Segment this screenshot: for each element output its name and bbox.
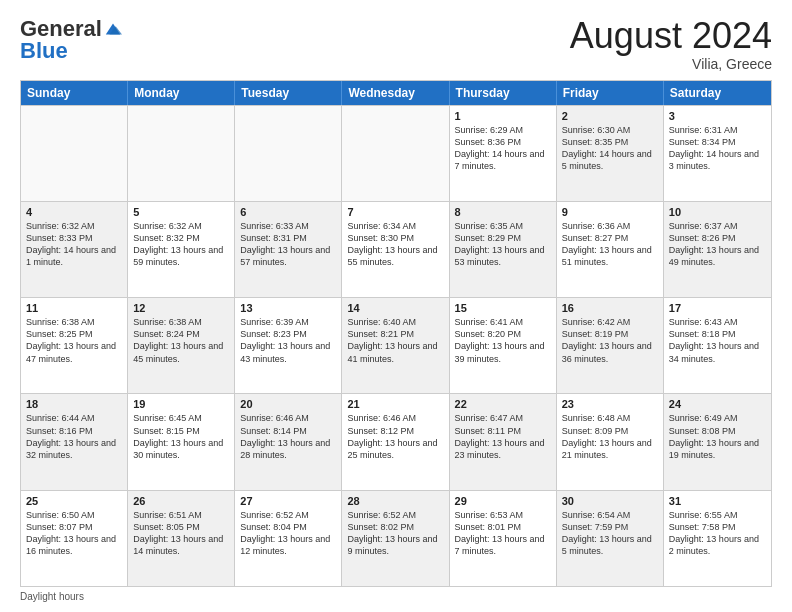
day-number: 20 <box>240 398 336 410</box>
page: General Blue August 2024 Vilia, Greece S… <box>0 0 792 612</box>
day-number: 23 <box>562 398 658 410</box>
day-number: 16 <box>562 302 658 314</box>
month-year: August 2024 <box>570 16 772 56</box>
logo-icon <box>104 20 122 38</box>
location: Vilia, Greece <box>570 56 772 72</box>
cal-cell: 2Sunrise: 6:30 AM Sunset: 8:35 PM Daylig… <box>557 106 664 201</box>
cell-text: Sunrise: 6:48 AM Sunset: 8:09 PM Dayligh… <box>562 412 658 461</box>
cell-text: Sunrise: 6:32 AM Sunset: 8:33 PM Dayligh… <box>26 220 122 269</box>
day-number: 5 <box>133 206 229 218</box>
cal-cell: 16Sunrise: 6:42 AM Sunset: 8:19 PM Dayli… <box>557 298 664 393</box>
logo-blue: Blue <box>20 38 68 63</box>
cal-cell <box>235 106 342 201</box>
cal-cell <box>342 106 449 201</box>
day-number: 27 <box>240 495 336 507</box>
cell-text: Sunrise: 6:46 AM Sunset: 8:14 PM Dayligh… <box>240 412 336 461</box>
cell-text: Sunrise: 6:40 AM Sunset: 8:21 PM Dayligh… <box>347 316 443 365</box>
day-number: 24 <box>669 398 766 410</box>
cal-cell: 27Sunrise: 6:52 AM Sunset: 8:04 PM Dayli… <box>235 491 342 586</box>
cal-cell: 28Sunrise: 6:52 AM Sunset: 8:02 PM Dayli… <box>342 491 449 586</box>
cal-cell: 6Sunrise: 6:33 AM Sunset: 8:31 PM Daylig… <box>235 202 342 297</box>
cell-text: Sunrise: 6:39 AM Sunset: 8:23 PM Dayligh… <box>240 316 336 365</box>
cal-cell: 11Sunrise: 6:38 AM Sunset: 8:25 PM Dayli… <box>21 298 128 393</box>
day-number: 25 <box>26 495 122 507</box>
cell-text: Sunrise: 6:50 AM Sunset: 8:07 PM Dayligh… <box>26 509 122 558</box>
cell-text: Sunrise: 6:53 AM Sunset: 8:01 PM Dayligh… <box>455 509 551 558</box>
cal-row: 11Sunrise: 6:38 AM Sunset: 8:25 PM Dayli… <box>21 297 771 393</box>
cell-text: Sunrise: 6:47 AM Sunset: 8:11 PM Dayligh… <box>455 412 551 461</box>
day-number: 3 <box>669 110 766 122</box>
cal-header-cell: Tuesday <box>235 81 342 105</box>
cell-text: Sunrise: 6:54 AM Sunset: 7:59 PM Dayligh… <box>562 509 658 558</box>
cal-header-cell: Saturday <box>664 81 771 105</box>
cal-cell: 1Sunrise: 6:29 AM Sunset: 8:36 PM Daylig… <box>450 106 557 201</box>
cal-cell <box>21 106 128 201</box>
cal-header-cell: Monday <box>128 81 235 105</box>
day-number: 9 <box>562 206 658 218</box>
cal-cell: 5Sunrise: 6:32 AM Sunset: 8:32 PM Daylig… <box>128 202 235 297</box>
cell-text: Sunrise: 6:31 AM Sunset: 8:34 PM Dayligh… <box>669 124 766 173</box>
cal-cell: 7Sunrise: 6:34 AM Sunset: 8:30 PM Daylig… <box>342 202 449 297</box>
cal-cell: 26Sunrise: 6:51 AM Sunset: 8:05 PM Dayli… <box>128 491 235 586</box>
cal-cell: 12Sunrise: 6:38 AM Sunset: 8:24 PM Dayli… <box>128 298 235 393</box>
day-number: 11 <box>26 302 122 314</box>
cell-text: Sunrise: 6:29 AM Sunset: 8:36 PM Dayligh… <box>455 124 551 173</box>
cell-text: Sunrise: 6:38 AM Sunset: 8:24 PM Dayligh… <box>133 316 229 365</box>
cal-cell: 17Sunrise: 6:43 AM Sunset: 8:18 PM Dayli… <box>664 298 771 393</box>
cal-row: 1Sunrise: 6:29 AM Sunset: 8:36 PM Daylig… <box>21 105 771 201</box>
cell-text: Sunrise: 6:45 AM Sunset: 8:15 PM Dayligh… <box>133 412 229 461</box>
cell-text: Sunrise: 6:34 AM Sunset: 8:30 PM Dayligh… <box>347 220 443 269</box>
cell-text: Sunrise: 6:51 AM Sunset: 8:05 PM Dayligh… <box>133 509 229 558</box>
day-number: 28 <box>347 495 443 507</box>
cell-text: Sunrise: 6:52 AM Sunset: 8:04 PM Dayligh… <box>240 509 336 558</box>
cal-header-cell: Friday <box>557 81 664 105</box>
day-number: 4 <box>26 206 122 218</box>
cal-cell: 9Sunrise: 6:36 AM Sunset: 8:27 PM Daylig… <box>557 202 664 297</box>
header: General Blue August 2024 Vilia, Greece <box>20 16 772 72</box>
cell-text: Sunrise: 6:30 AM Sunset: 8:35 PM Dayligh… <box>562 124 658 173</box>
cal-cell: 13Sunrise: 6:39 AM Sunset: 8:23 PM Dayli… <box>235 298 342 393</box>
cal-cell: 19Sunrise: 6:45 AM Sunset: 8:15 PM Dayli… <box>128 394 235 489</box>
cell-text: Sunrise: 6:46 AM Sunset: 8:12 PM Dayligh… <box>347 412 443 461</box>
cell-text: Sunrise: 6:33 AM Sunset: 8:31 PM Dayligh… <box>240 220 336 269</box>
cell-text: Sunrise: 6:52 AM Sunset: 8:02 PM Dayligh… <box>347 509 443 558</box>
cal-cell: 22Sunrise: 6:47 AM Sunset: 8:11 PM Dayli… <box>450 394 557 489</box>
cal-cell: 21Sunrise: 6:46 AM Sunset: 8:12 PM Dayli… <box>342 394 449 489</box>
day-number: 31 <box>669 495 766 507</box>
cal-row: 25Sunrise: 6:50 AM Sunset: 8:07 PM Dayli… <box>21 490 771 586</box>
cal-cell: 10Sunrise: 6:37 AM Sunset: 8:26 PM Dayli… <box>664 202 771 297</box>
cal-cell <box>128 106 235 201</box>
cell-text: Sunrise: 6:36 AM Sunset: 8:27 PM Dayligh… <box>562 220 658 269</box>
cal-cell: 29Sunrise: 6:53 AM Sunset: 8:01 PM Dayli… <box>450 491 557 586</box>
cal-header-cell: Wednesday <box>342 81 449 105</box>
day-number: 2 <box>562 110 658 122</box>
cell-text: Sunrise: 6:55 AM Sunset: 7:58 PM Dayligh… <box>669 509 766 558</box>
cell-text: Sunrise: 6:32 AM Sunset: 8:32 PM Dayligh… <box>133 220 229 269</box>
day-number: 7 <box>347 206 443 218</box>
cal-cell: 30Sunrise: 6:54 AM Sunset: 7:59 PM Dayli… <box>557 491 664 586</box>
cell-text: Sunrise: 6:43 AM Sunset: 8:18 PM Dayligh… <box>669 316 766 365</box>
day-number: 6 <box>240 206 336 218</box>
cal-cell: 14Sunrise: 6:40 AM Sunset: 8:21 PM Dayli… <box>342 298 449 393</box>
day-number: 22 <box>455 398 551 410</box>
cell-text: Sunrise: 6:38 AM Sunset: 8:25 PM Dayligh… <box>26 316 122 365</box>
day-number: 19 <box>133 398 229 410</box>
cal-row: 4Sunrise: 6:32 AM Sunset: 8:33 PM Daylig… <box>21 201 771 297</box>
cell-text: Sunrise: 6:44 AM Sunset: 8:16 PM Dayligh… <box>26 412 122 461</box>
day-number: 10 <box>669 206 766 218</box>
cal-row: 18Sunrise: 6:44 AM Sunset: 8:16 PM Dayli… <box>21 393 771 489</box>
day-number: 21 <box>347 398 443 410</box>
footer-note: Daylight hours <box>20 591 772 602</box>
cal-cell: 25Sunrise: 6:50 AM Sunset: 8:07 PM Dayli… <box>21 491 128 586</box>
calendar-header: SundayMondayTuesdayWednesdayThursdayFrid… <box>21 81 771 105</box>
cal-cell: 4Sunrise: 6:32 AM Sunset: 8:33 PM Daylig… <box>21 202 128 297</box>
calendar: SundayMondayTuesdayWednesdayThursdayFrid… <box>20 80 772 587</box>
cal-cell: 23Sunrise: 6:48 AM Sunset: 8:09 PM Dayli… <box>557 394 664 489</box>
cal-cell: 20Sunrise: 6:46 AM Sunset: 8:14 PM Dayli… <box>235 394 342 489</box>
day-number: 17 <box>669 302 766 314</box>
cell-text: Sunrise: 6:42 AM Sunset: 8:19 PM Dayligh… <box>562 316 658 365</box>
day-number: 12 <box>133 302 229 314</box>
day-number: 30 <box>562 495 658 507</box>
cal-header-cell: Sunday <box>21 81 128 105</box>
cal-cell: 31Sunrise: 6:55 AM Sunset: 7:58 PM Dayli… <box>664 491 771 586</box>
